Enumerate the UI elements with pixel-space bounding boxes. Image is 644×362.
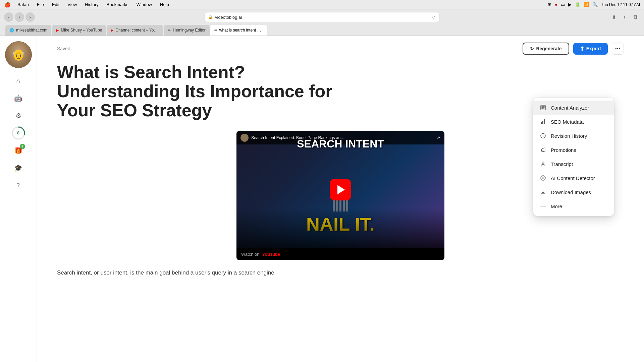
sidebar: 👴 ⌂ 🤖 ⚙ 8 🎁 4 [0, 36, 37, 362]
menubar-controls-icon: ⊞ [548, 2, 551, 7]
dropdown-item-content-analyzer[interactable]: Content Analyzer [533, 101, 614, 115]
tab-videotoblog-icon: ✏ [214, 28, 217, 33]
home-icon: ⌂ [16, 77, 20, 85]
menubar-battery-icon: 🔋 [575, 2, 580, 7]
download-images-icon [539, 188, 547, 196]
dropdown-item-promotions[interactable]: Promotions [533, 143, 614, 157]
transcript-label: Transcript [551, 161, 573, 167]
article-body: Search intent, or user intent, is the ma… [57, 268, 342, 278]
browser-chrome: ‹ › › 🔒 videotoblog.ai ↺ ⬆ + ⧉ 🌐 mike [0, 9, 644, 36]
video-thumbnail[interactable]: Search Intent Explained: Boost Page Rank… [236, 131, 444, 248]
gift-badge: 4 [20, 144, 25, 149]
address-bar[interactable]: 🔒 videotoblog.ai ↺ [205, 12, 439, 22]
tab-hemingway-label: Hemingway Editor [173, 28, 205, 33]
video-overlay [236, 208, 444, 248]
regenerate-button[interactable]: ↻ Regenerate [523, 43, 569, 55]
more-button[interactable]: ••• [612, 43, 624, 55]
menu-view[interactable]: View [66, 1, 78, 8]
svg-point-11 [541, 206, 542, 207]
forward-button[interactable]: › [15, 12, 24, 22]
sidebar-robot-button[interactable]: 🤖 [11, 91, 26, 106]
search-intent-overlay-text: SEARCH INTENT [236, 138, 444, 150]
tab-mikesaidthat-label: mikesaidthat.com [16, 28, 47, 33]
ai-content-detector-label: AI Content Detector [551, 175, 595, 181]
sidebar-settings-button[interactable]: ⚙ [11, 108, 26, 123]
dropdown-item-transcript[interactable]: Transcript [533, 157, 614, 171]
dropdown-item-seo-metadata[interactable]: SEO Metadata [533, 115, 614, 129]
svg-point-13 [545, 206, 546, 207]
tab-mike-youtube[interactable]: ▶ Mike Shuey – YouTube [52, 25, 106, 36]
seo-metadata-icon [539, 118, 547, 125]
regenerate-label: Regenerate [536, 46, 561, 51]
sidebar-help-button[interactable]: ? [11, 178, 26, 193]
back-button[interactable]: ‹ [4, 12, 13, 22]
apple-logo-icon[interactable]: 🍎 [4, 1, 11, 8]
help-icon: ? [17, 182, 20, 188]
tab-mikesaidthat-icon: 🌐 [9, 28, 14, 33]
download-images-label: Download Images [551, 189, 591, 195]
saved-status: Saved [57, 46, 70, 51]
menu-window[interactable]: Window [135, 1, 153, 8]
revision-history-label: Revision History [551, 133, 587, 139]
dropdown-item-revision-history[interactable]: Revision History [533, 129, 614, 143]
menu-edit[interactable]: Edit [51, 1, 61, 8]
revision-history-icon [539, 132, 547, 139]
menubar-play-icon: ▶ [568, 2, 572, 7]
sidebar-home-button[interactable]: ⌂ [11, 73, 26, 88]
more-dots-icon [539, 202, 547, 210]
video-container: Search Intent Explained: Boost Page Rank… [236, 131, 444, 260]
video-play-button[interactable] [330, 179, 351, 200]
tab-channel-youtube-icon: ▶ [111, 28, 113, 33]
seo-metadata-label: SEO Metadata [551, 119, 584, 125]
svg-rect-4 [542, 121, 543, 124]
tab-mikesaidthat[interactable]: 🌐 mikesaidthat.com [5, 25, 51, 36]
svg-point-8 [542, 162, 544, 164]
dropdown-item-download-images[interactable]: Download Images [533, 185, 614, 199]
promotions-icon [539, 146, 547, 154]
svg-rect-5 [544, 119, 545, 124]
export-label: Export [586, 46, 601, 51]
main-layout: 👴 ⌂ 🤖 ⚙ 8 🎁 4 [0, 36, 644, 362]
menu-bookmarks[interactable]: Bookmarks [105, 1, 130, 8]
menubar-search-icon[interactable]: 🔍 [592, 2, 598, 7]
reload-icon[interactable]: ↺ [432, 15, 436, 20]
add-tab-button[interactable]: + [620, 12, 629, 22]
tab-channel-youtube[interactable]: ▶ Channel content – YouTube Studio [107, 25, 163, 36]
more-icon: ••• [615, 46, 621, 51]
svg-point-9 [541, 176, 545, 180]
menubar-record-icon: ● [555, 2, 557, 7]
menu-safari[interactable]: Safari [16, 1, 30, 8]
tab-mike-youtube-label: Mike Shuey – YouTube [61, 28, 102, 33]
tab-channel-youtube-label: Channel content – YouTube Studio [115, 28, 159, 33]
video-bottom-bar: Watch on YouTube [236, 248, 444, 260]
svg-point-12 [543, 206, 544, 207]
menu-help[interactable]: Help [159, 1, 170, 8]
svg-point-7 [541, 150, 542, 152]
content-analyzer-label: Content Analyzer [551, 105, 589, 111]
dropdown-item-more[interactable]: More [533, 199, 614, 213]
progress-circle: 8 [11, 126, 26, 140]
promotions-label: Promotions [551, 147, 576, 153]
regenerate-icon: ↻ [530, 46, 534, 51]
sidebar-education-button[interactable]: 🎓 [11, 161, 26, 175]
article-title: What is Search Intent? Understanding Its… [57, 63, 342, 120]
dropdown-item-ai-content-detector[interactable]: AI Content Detector [533, 171, 614, 185]
progress-number: 8 [17, 131, 19, 135]
tab-hemingway[interactable]: ✏ Hemingway Editor [164, 25, 209, 36]
tabs-bar: 🌐 mikesaidthat.com ▶ Mike Shuey – YouTub… [4, 25, 640, 36]
tab-hemingway-icon: ✏ [168, 28, 171, 33]
expand-button[interactable]: › [25, 12, 35, 22]
browser-toolbar: ‹ › › 🔒 videotoblog.ai ↺ ⬆ + ⧉ [4, 12, 640, 22]
share-button[interactable]: ⬆ [609, 12, 619, 22]
dropdown-menu: Content Analyzer SEO Metadata [533, 98, 614, 216]
svg-rect-3 [541, 122, 542, 124]
export-button[interactable]: ⬆ Export [573, 43, 608, 55]
menubar-datetime: Thu Dec 12 11:07 AM [601, 2, 640, 7]
sidebar-gift-button[interactable]: 🎁 4 [11, 143, 26, 158]
menubar-wifi-icon: 📶 [584, 2, 589, 7]
menu-history[interactable]: History [84, 1, 100, 8]
menu-file[interactable]: File [36, 1, 45, 8]
sidebar-toggle-button[interactable]: ⧉ [631, 12, 640, 22]
svg-point-10 [542, 177, 544, 179]
tab-videotoblog[interactable]: ✏ what is search intent – analysis de… [210, 25, 267, 36]
